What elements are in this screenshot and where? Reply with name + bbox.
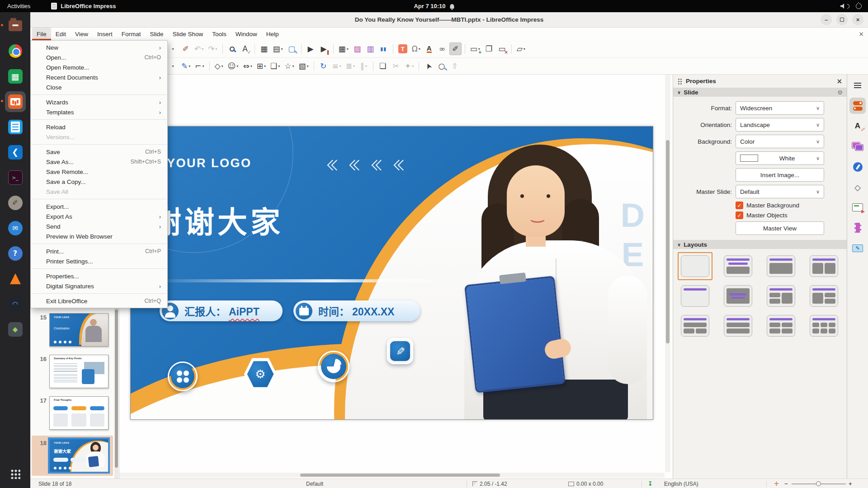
- insert-media-icon[interactable]: ▥: [364, 42, 377, 55]
- file-menu-item-digital-signatures[interactable]: Digital Signatures›: [31, 281, 167, 291]
- layout-option-4[interactable]: [810, 255, 838, 277]
- dock-item-help[interactable]: ?: [5, 243, 26, 264]
- curves-and-polygons-icon[interactable]: ▾: [166, 60, 179, 72]
- layout-option-10[interactable]: [724, 315, 752, 337]
- orientation-select[interactable]: Landscape∨: [736, 118, 824, 131]
- slide-row-17[interactable]: 17Final Thoughts: [30, 396, 119, 433]
- slide-title-text[interactable]: 谢谢大家: [151, 198, 283, 241]
- close-sidebar-deck-icon[interactable]: ×: [836, 77, 842, 85]
- file-menu-item-wizards[interactable]: Wizards›: [31, 97, 167, 107]
- insert-special-character-icon[interactable]: Ω▾: [410, 42, 422, 55]
- layout-option-5[interactable]: [681, 285, 709, 307]
- file-menu-item-save-all[interactable]: Save All: [31, 187, 167, 197]
- font-color-icon[interactable]: A: [423, 42, 435, 55]
- display-grid-icon[interactable]: ▦: [258, 42, 270, 55]
- dock-item-chrome[interactable]: [5, 41, 26, 61]
- extrusion-toggle-icon[interactable]: ⇧: [448, 60, 461, 72]
- shadow-icon[interactable]: ❏: [377, 60, 389, 72]
- file-menu-item-save-remote[interactable]: Save Remote...: [31, 167, 167, 177]
- pie-chart-badge-icon[interactable]: [318, 351, 349, 382]
- fit-slide-button[interactable]: ✛: [774, 479, 779, 488]
- star-shapes-icon[interactable]: ☆▾: [283, 60, 296, 72]
- slide-18-editor[interactable]: DESIGN YOUR LOGO 谢谢大家 汇报人：AiPPT 时间：20XX.…: [130, 126, 653, 420]
- slide-section-header[interactable]: ∨ Slide ⚙: [673, 88, 847, 97]
- insert-hyperlink-icon[interactable]: ∞: [436, 42, 448, 55]
- crop-image-icon[interactable]: ✂: [390, 60, 402, 72]
- layout-option-7[interactable]: [767, 285, 795, 307]
- layout-option-3[interactable]: [767, 255, 795, 277]
- window-titlebar[interactable]: Do You Really Know Yourself——MBTI.pptx -…: [30, 12, 868, 28]
- rotate-icon[interactable]: ↻: [317, 60, 330, 72]
- callout-shapes-icon[interactable]: ❑▾: [269, 60, 282, 72]
- file-menu-item-properties[interactable]: Properties...: [31, 271, 167, 281]
- start-from-first-slide-icon[interactable]: ▶: [305, 42, 317, 55]
- tab-gallery-icon[interactable]: [849, 138, 866, 155]
- menu-window[interactable]: Window: [231, 28, 262, 40]
- zoom-out-button[interactable]: −: [784, 479, 788, 488]
- background-select[interactable]: Color∨: [736, 135, 824, 148]
- sidebar-menu-icon[interactable]: [849, 77, 866, 94]
- file-menu-item-export[interactable]: Export...: [31, 202, 167, 211]
- image-filter-icon[interactable]: ✦▾: [403, 60, 415, 72]
- snap-guides-icon[interactable]: ▤▾: [271, 42, 285, 55]
- file-menu-item-open[interactable]: Open...Ctrl+O: [31, 52, 167, 62]
- master-view-button[interactable]: Master View: [736, 221, 824, 235]
- dock-item-gimp[interactable]: ✐: [5, 192, 26, 213]
- slide-thumbnail-15[interactable]: YOUR LOGOConclusion: [49, 313, 108, 347]
- horizontal-scrollbar[interactable]: [119, 473, 665, 478]
- select-icon[interactable]: ➤: [422, 60, 434, 72]
- edit-points-icon[interactable]: ○✎: [435, 60, 448, 72]
- file-menu-item-save-a-copy[interactable]: Save a Copy...: [31, 177, 167, 187]
- edit-canvas[interactable]: DESIGN YOUR LOGO 谢谢大家 汇报人：AiPPT 时间：20XX.…: [119, 75, 673, 479]
- insert-image-icon[interactable]: ▨: [351, 42, 363, 55]
- undo-icon[interactable]: ↶▾: [193, 42, 205, 55]
- dock-item-show-applications[interactable]: [5, 464, 26, 484]
- tab-animation-icon[interactable]: [849, 220, 866, 236]
- clover-badge-icon[interactable]: [168, 361, 198, 391]
- menu-tools[interactable]: Tools: [208, 28, 231, 40]
- menu-help[interactable]: Help: [262, 28, 283, 40]
- slide-layout-icon[interactable]: ▱▾: [515, 42, 527, 55]
- close-window-button[interactable]: ×: [852, 14, 863, 25]
- dock-item-libreoffice-calc[interactable]: ▦: [5, 66, 26, 87]
- zoom-in-button[interactable]: +: [849, 479, 852, 488]
- layout-option-2[interactable]: [724, 255, 752, 277]
- dock-item-vscode[interactable]: ❮: [5, 142, 26, 163]
- delete-slide-icon[interactable]: ▭×: [496, 42, 508, 55]
- file-menu-item-save-as[interactable]: Save As...Shift+Ctrl+S: [31, 157, 167, 167]
- menu-slide-show[interactable]: Slide Show: [168, 28, 208, 40]
- insert-table-icon[interactable]: ▦▾: [337, 42, 350, 55]
- file-menu-item-versions[interactable]: Versions...: [31, 132, 167, 142]
- symbol-shapes-icon[interactable]: ☺▾: [226, 60, 241, 72]
- gear-badge-icon[interactable]: ⚙: [244, 357, 277, 391]
- master-background-checkbox[interactable]: Master Background: [736, 202, 847, 209]
- zoom-slider[interactable]: [792, 479, 846, 488]
- dock-item-libreoffice-writer[interactable]: [5, 117, 26, 137]
- presenter-pill[interactable]: 汇报人：AiPPT: [160, 300, 283, 321]
- layout-option-9[interactable]: [681, 315, 709, 337]
- paste-icon[interactable]: ▾: [166, 42, 179, 55]
- basic-shapes-icon[interactable]: ◇▾: [213, 60, 225, 72]
- tab-properties-icon[interactable]: [849, 98, 866, 114]
- menu-slide[interactable]: Slide: [146, 28, 168, 40]
- flowchart-shapes-icon[interactable]: ⊞▾: [255, 60, 268, 72]
- master-slide-status[interactable]: Default: [306, 479, 323, 488]
- layout-option-8[interactable]: [810, 285, 838, 307]
- file-menu-item-send[interactable]: Send›: [31, 221, 167, 231]
- presenter-photo[interactable]: [456, 145, 653, 420]
- master-slide-select[interactable]: Default∨: [736, 185, 824, 198]
- slide-row-16[interactable]: 16Summary of Key Points: [30, 355, 119, 392]
- menu-edit[interactable]: Edit: [51, 28, 71, 40]
- dock-item-libreoffice-impress[interactable]: [5, 91, 26, 112]
- clone-formatting-icon[interactable]: ✐: [179, 42, 192, 55]
- slide-count-status[interactable]: Slide 18 of 18: [38, 479, 71, 488]
- file-menu-item-save[interactable]: SaveCtrl+S: [31, 147, 167, 157]
- pencil-badge-icon[interactable]: ✎: [387, 338, 413, 364]
- tab-navigator-icon[interactable]: [849, 159, 866, 175]
- format-select[interactable]: Widescreen∨: [736, 101, 824, 115]
- file-menu-item-reload[interactable]: Reload: [31, 122, 167, 132]
- slide-thumbnail-16[interactable]: Summary of Key Points: [49, 355, 108, 388]
- block-arrows-icon[interactable]: ⇔▾: [241, 60, 254, 72]
- tab-shapes-icon[interactable]: ◇: [849, 179, 866, 195]
- language-status[interactable]: English (USA): [623, 479, 740, 488]
